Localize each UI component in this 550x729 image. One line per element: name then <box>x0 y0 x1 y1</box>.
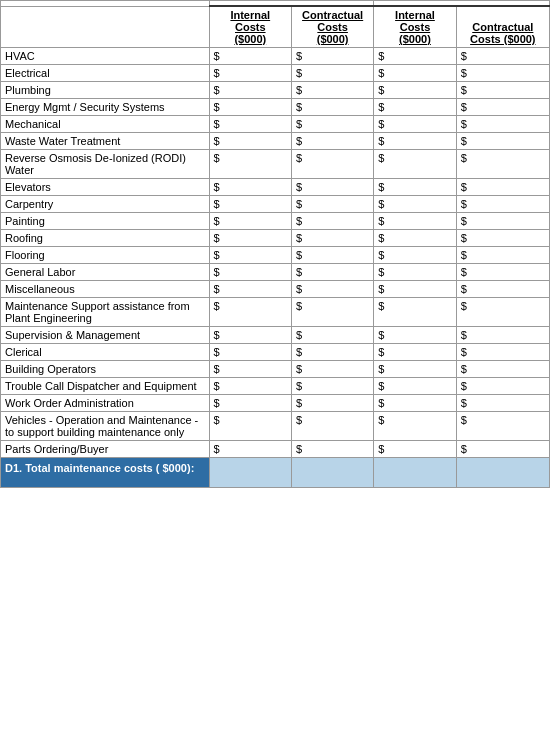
total-input-cell[interactable] <box>374 458 456 488</box>
value-cell-exc_con: $ <box>456 150 549 179</box>
table-row: Roofing$$$$ <box>1 230 550 247</box>
craft-cell: Mechanical <box>1 116 210 133</box>
value-cell-exc_int: $ <box>374 230 456 247</box>
value-cell-std_int: $ <box>209 412 291 441</box>
std-internal-col-header: InternalCosts($000) <box>209 6 291 48</box>
value-cell-exc_int: $ <box>374 264 456 281</box>
value-cell-exc_con: $ <box>456 327 549 344</box>
craft-cell: Maintenance Support assistance from Plan… <box>1 298 210 327</box>
craft-cell: Elevators <box>1 179 210 196</box>
total-input-cell[interactable] <box>456 458 549 488</box>
table-row: Waste Water Treatment$$$$ <box>1 133 550 150</box>
value-cell-exc_int: $ <box>374 327 456 344</box>
value-cell-std_int: $ <box>209 441 291 458</box>
value-cell-std_int: $ <box>209 48 291 65</box>
table-row: Supervision & Management$$$$ <box>1 327 550 344</box>
value-cell-std_con: $ <box>291 150 373 179</box>
value-cell-std_int: $ <box>209 247 291 264</box>
craft-cell: Clerical <box>1 344 210 361</box>
value-cell-std_con: $ <box>291 441 373 458</box>
value-cell-exc_con: $ <box>456 412 549 441</box>
value-cell-std_int: $ <box>209 133 291 150</box>
value-cell-exc_int: $ <box>374 281 456 298</box>
main-table: InternalCosts($000) ContractualCosts($00… <box>0 0 550 488</box>
value-cell-std_con: $ <box>291 395 373 412</box>
table-row: HVAC$$$$ <box>1 48 550 65</box>
value-cell-exc_int: $ <box>374 116 456 133</box>
craft-cell: Energy Mgmt / Security Systems <box>1 99 210 116</box>
table-row: Energy Mgmt / Security Systems$$$$ <box>1 99 550 116</box>
value-cell-std_int: $ <box>209 116 291 133</box>
table-row: Clerical$$$$ <box>1 344 550 361</box>
table-row: Mechanical$$$$ <box>1 116 550 133</box>
value-cell-exc_int: $ <box>374 378 456 395</box>
craft-cell: Parts Ordering/Buyer <box>1 441 210 458</box>
value-cell-exc_int: $ <box>374 298 456 327</box>
craft-cell: Vehicles - Operation and Maintenance - t… <box>1 412 210 441</box>
value-cell-std_con: $ <box>291 48 373 65</box>
value-cell-exc_int: $ <box>374 412 456 441</box>
value-cell-exc_int: $ <box>374 48 456 65</box>
total-input-cell[interactable] <box>291 458 373 488</box>
value-cell-std_con: $ <box>291 281 373 298</box>
value-cell-exc_con: $ <box>456 441 549 458</box>
value-cell-std_con: $ <box>291 99 373 116</box>
value-cell-exc_con: $ <box>456 213 549 230</box>
value-cell-std_con: $ <box>291 82 373 99</box>
value-cell-exc_con: $ <box>456 281 549 298</box>
value-cell-exc_int: $ <box>374 196 456 213</box>
value-cell-std_con: $ <box>291 361 373 378</box>
value-cell-exc_con: $ <box>456 298 549 327</box>
value-cell-std_int: $ <box>209 150 291 179</box>
table-row: General Labor$$$$ <box>1 264 550 281</box>
value-cell-exc_con: $ <box>456 99 549 116</box>
value-cell-std_con: $ <box>291 179 373 196</box>
table-row: Electrical$$$$ <box>1 65 550 82</box>
value-cell-std_int: $ <box>209 213 291 230</box>
value-cell-std_con: $ <box>291 65 373 82</box>
value-cell-std_con: $ <box>291 264 373 281</box>
table-row: Elevators$$$$ <box>1 179 550 196</box>
total-row: D1. Total maintenance costs ( $000): <box>1 458 550 488</box>
table-row: Trouble Call Dispatcher and Equipment$$$… <box>1 378 550 395</box>
std-contractual-col-header: ContractualCosts($000) <box>291 6 373 48</box>
value-cell-exc_int: $ <box>374 179 456 196</box>
value-cell-std_int: $ <box>209 179 291 196</box>
table-row: Flooring$$$$ <box>1 247 550 264</box>
value-cell-std_con: $ <box>291 378 373 395</box>
value-cell-exc_int: $ <box>374 344 456 361</box>
craft-cell: HVAC <box>1 48 210 65</box>
value-cell-exc_int: $ <box>374 82 456 99</box>
craft-cell: Roofing <box>1 230 210 247</box>
value-cell-std_int: $ <box>209 361 291 378</box>
value-cell-exc_con: $ <box>456 395 549 412</box>
total-input-cell[interactable] <box>209 458 291 488</box>
value-cell-std_int: $ <box>209 344 291 361</box>
craft-cell: Carpentry <box>1 196 210 213</box>
value-cell-std_con: $ <box>291 298 373 327</box>
value-cell-exc_con: $ <box>456 264 549 281</box>
craft-cell: General Labor <box>1 264 210 281</box>
craft-cell: Electrical <box>1 65 210 82</box>
craft-cell: Painting <box>1 213 210 230</box>
value-cell-std_con: $ <box>291 196 373 213</box>
value-cell-exc_int: $ <box>374 395 456 412</box>
table-row: Carpentry$$$$ <box>1 196 550 213</box>
value-cell-exc_con: $ <box>456 247 549 264</box>
craft-cell: Plumbing <box>1 82 210 99</box>
craft-cell: Miscellaneous <box>1 281 210 298</box>
value-cell-std_int: $ <box>209 99 291 116</box>
value-cell-std_int: $ <box>209 82 291 99</box>
table-row: Building Operators$$$$ <box>1 361 550 378</box>
value-cell-exc_con: $ <box>456 378 549 395</box>
exc-internal-col-header: InternalCosts($000) <box>374 6 456 48</box>
value-cell-exc_int: $ <box>374 361 456 378</box>
table-row: Plumbing$$$$ <box>1 82 550 99</box>
craft-column-header <box>1 6 210 48</box>
value-cell-std_con: $ <box>291 344 373 361</box>
total-label: D1. Total maintenance costs ( $000): <box>1 458 210 488</box>
value-cell-exc_con: $ <box>456 179 549 196</box>
value-cell-exc_con: $ <box>456 133 549 150</box>
value-cell-exc_con: $ <box>456 196 549 213</box>
value-cell-std_int: $ <box>209 327 291 344</box>
